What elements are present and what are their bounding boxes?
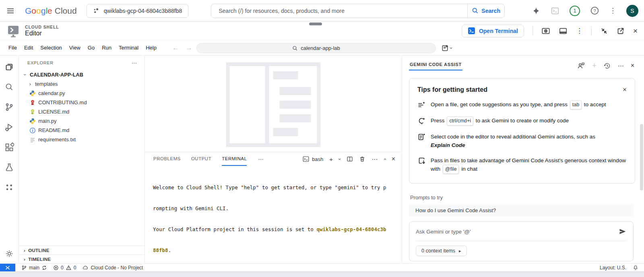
chevron-down-icon: › bbox=[22, 74, 28, 75]
project-selector[interactable]: qwiklabs-gcp-04-6804c3b88fb8 bbox=[87, 4, 189, 18]
maximize-panel-icon[interactable]: › bbox=[382, 158, 388, 160]
menu-help[interactable]: Help bbox=[142, 45, 160, 51]
shell-more-icon[interactable]: ⋮ bbox=[576, 27, 583, 34]
menu-selection[interactable]: Selection bbox=[37, 45, 65, 51]
new-terminal-icon[interactable]: + bbox=[329, 156, 333, 162]
open-in-new-icon[interactable] bbox=[617, 27, 625, 35]
gemini-diamonds-icon[interactable] bbox=[4, 183, 14, 192]
menu-run[interactable]: Run bbox=[98, 45, 115, 51]
back-icon[interactable]: ← bbox=[172, 44, 179, 52]
close-tips-icon[interactable]: × bbox=[623, 86, 627, 93]
notifications-bell-icon[interactable] bbox=[633, 265, 638, 271]
tree-root-calendar-app-lab[interactable]: › CALENDAR-APP-LAB bbox=[19, 70, 144, 79]
remote-indicator[interactable] bbox=[0, 264, 15, 271]
svg-text:?: ? bbox=[593, 8, 596, 13]
resize-handle[interactable] bbox=[309, 23, 322, 25]
book-spark-icon bbox=[417, 132, 425, 149]
kill-terminal-icon[interactable] bbox=[359, 156, 365, 162]
tab-output[interactable]: OUTPUT bbox=[191, 152, 211, 166]
gemini-input[interactable]: Ask Gemini or type '@' bbox=[416, 229, 471, 235]
tree-item-requirements-txt[interactable]: requirements.txt bbox=[19, 135, 144, 144]
source-control-icon[interactable] bbox=[4, 102, 14, 112]
forward-icon[interactable]: → bbox=[186, 44, 192, 52]
tab-terminal[interactable]: TERMINAL bbox=[222, 152, 247, 166]
web-preview-icon[interactable] bbox=[541, 27, 550, 35]
chevron-right-icon: › bbox=[24, 248, 25, 253]
cloud-code-status[interactable]: Cloud Code - No Project bbox=[82, 265, 143, 271]
run-debug-icon[interactable] bbox=[4, 122, 14, 132]
chevron-right-icon: › bbox=[24, 257, 25, 262]
key-chip: tab bbox=[570, 100, 582, 110]
new-chat-icon[interactable]: + bbox=[592, 62, 597, 69]
extensions-icon[interactable] bbox=[4, 143, 14, 152]
history-icon[interactable] bbox=[603, 62, 611, 70]
branch-indicator[interactable]: main bbox=[21, 265, 47, 271]
search-input[interactable]: Search (/) for resources, docs, products… bbox=[211, 4, 467, 18]
keyboard-layout[interactable]: Layout: U.S. bbox=[600, 265, 626, 271]
avatar[interactable]: S bbox=[626, 5, 638, 17]
more-options-icon[interactable]: ⋮ bbox=[609, 7, 616, 14]
panel-tabs-more-icon[interactable]: ⋯ bbox=[258, 156, 264, 162]
cloud-shell-icon[interactable] bbox=[551, 6, 559, 15]
gemini-panel-title[interactable]: GEMINI CODE ASSIST bbox=[409, 61, 462, 70]
outline-section[interactable]: › OUTLINE bbox=[19, 246, 144, 254]
search-icon bbox=[292, 45, 298, 51]
session-count-badge[interactable]: 1 bbox=[570, 6, 580, 16]
explorer-icon[interactable] bbox=[4, 62, 14, 72]
timeline-section[interactable]: › TIMELINE bbox=[19, 254, 144, 263]
tree-item-license-md[interactable]: LICENSE.md bbox=[19, 107, 144, 116]
gemini-code-assist-panel: GEMINI CODE ASSIST + ⋯ × Tips for gettin… bbox=[402, 56, 644, 263]
menu-terminal[interactable]: Terminal bbox=[115, 45, 142, 51]
tab-problems[interactable]: PROBLEMS bbox=[153, 152, 181, 166]
search-icon[interactable] bbox=[4, 82, 14, 92]
menu-view[interactable]: View bbox=[66, 45, 84, 51]
scrollbar-thumb[interactable] bbox=[640, 124, 643, 190]
test-beaker-icon[interactable] bbox=[4, 163, 14, 172]
terminal-dropdown-icon[interactable]: › bbox=[337, 158, 343, 160]
activity-bar bbox=[0, 56, 19, 263]
menu-icon[interactable] bbox=[6, 6, 16, 16]
key-chip: ctrl/cmd+i bbox=[447, 116, 473, 126]
divider bbox=[416, 241, 627, 241]
tree-item-contributing-md[interactable]: CONTRIBUTING.md bbox=[19, 98, 144, 107]
gemini-more-icon[interactable]: ⋯ bbox=[618, 63, 624, 69]
terminal-output[interactable]: Welcome to Cloud Shell! Type "help" to g… bbox=[145, 166, 402, 263]
menu-edit[interactable]: Edit bbox=[21, 45, 37, 51]
status-bar: main 0 0 Cloud Code - No Project Layout:… bbox=[0, 263, 644, 271]
tree-item-readme-md[interactable]: README.md bbox=[19, 126, 144, 135]
panel-more-icon[interactable]: ⋯ bbox=[372, 156, 378, 162]
tree-item-templates[interactable]: › templates bbox=[19, 79, 144, 89]
settings-gear-icon[interactable] bbox=[4, 249, 14, 258]
split-terminal-icon[interactable] bbox=[347, 156, 353, 162]
folder-arrow-icon bbox=[417, 156, 425, 174]
menu-file[interactable]: File bbox=[5, 45, 21, 51]
tree-item-main-py[interactable]: main.py bbox=[19, 116, 144, 126]
gemini-sparkle-icon[interactable] bbox=[532, 6, 541, 15]
cloud-shell-logo bbox=[6, 25, 20, 37]
close-shell-icon[interactable]: × bbox=[633, 27, 638, 35]
tip-inline-gemini: Press ctrl/cmd+i to ask Gemini to create… bbox=[417, 116, 627, 126]
tree-item-calendar-py[interactable]: calendar.py bbox=[19, 89, 144, 98]
divider bbox=[591, 26, 592, 36]
close-gemini-icon[interactable]: × bbox=[631, 62, 634, 69]
info-icon bbox=[29, 127, 36, 134]
close-panel-icon[interactable]: × bbox=[392, 156, 395, 162]
menu-go[interactable]: Go bbox=[84, 45, 98, 51]
prompt-suggestion[interactable]: How do I use Gemini Code Assist? bbox=[409, 204, 634, 217]
problems-indicator[interactable]: 0 0 bbox=[53, 265, 76, 271]
explorer-title: EXPLORER bbox=[27, 60, 54, 65]
explorer-more-icon[interactable]: ⋯ bbox=[131, 60, 137, 66]
minimize-icon[interactable] bbox=[600, 27, 608, 35]
agent-mode-icon[interactable] bbox=[577, 62, 585, 70]
shell-selector[interactable]: bash bbox=[303, 156, 323, 162]
search-button[interactable]: Search bbox=[467, 4, 504, 18]
context-items-button[interactable]: 0 context items ▸ bbox=[416, 246, 467, 256]
help-icon[interactable]: ? bbox=[590, 6, 599, 15]
send-icon[interactable] bbox=[619, 227, 627, 236]
chevron-down-icon[interactable]: › bbox=[448, 47, 454, 49]
open-terminal-button[interactable]: Open Terminal bbox=[462, 25, 524, 37]
command-palette[interactable]: calendar-app-lab bbox=[196, 43, 436, 53]
ribbon-yellow-icon bbox=[29, 109, 36, 115]
panel-layout-icon[interactable] bbox=[559, 27, 568, 35]
terminal-icon bbox=[303, 156, 309, 162]
